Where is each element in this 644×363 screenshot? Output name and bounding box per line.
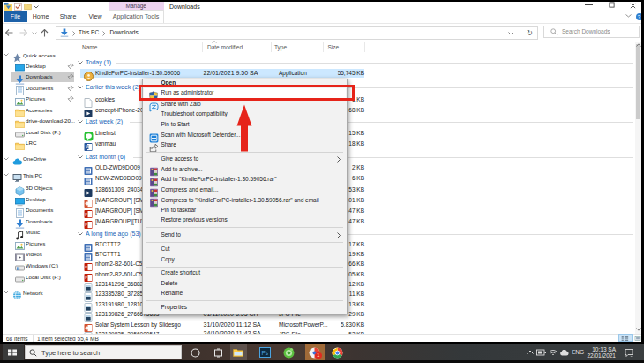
svg-text:P: P bbox=[85, 212, 87, 216]
svg-text:P: P bbox=[85, 223, 87, 227]
